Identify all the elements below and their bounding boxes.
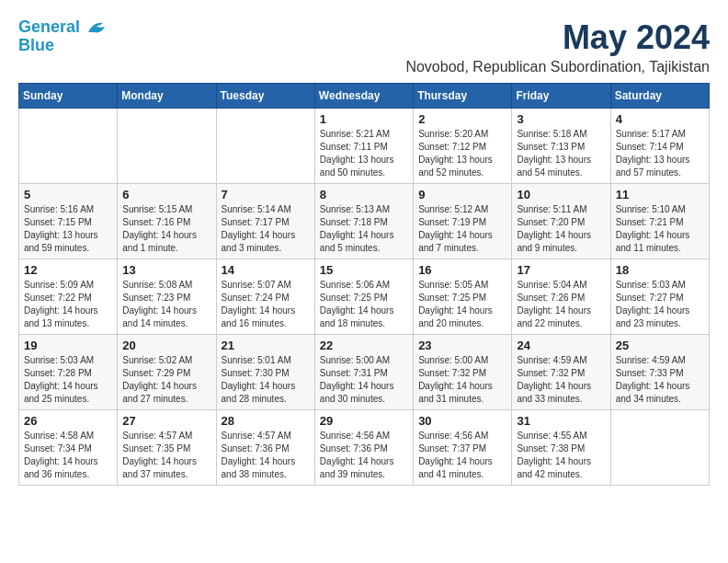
day-number: 4 (616, 112, 704, 126)
day-info: Sunrise: 5:03 AMSunset: 7:28 PMDaylight:… (24, 354, 112, 406)
daylight-text: Daylight: 13 hours and 50 minutes. (320, 154, 408, 179)
sunset-text: Sunset: 7:23 PM (122, 292, 210, 304)
calendar-cell: 26Sunrise: 4:58 AMSunset: 7:34 PMDayligh… (19, 410, 118, 486)
day-number: 7 (222, 188, 310, 201)
calendar-cell: 10Sunrise: 5:11 AMSunset: 7:20 PMDayligh… (512, 184, 610, 259)
day-info: Sunrise: 5:21 AMSunset: 7:11 PMDaylight:… (320, 128, 408, 179)
day-number: 1 (320, 112, 408, 126)
daylight-text: Daylight: 13 hours and 54 minutes. (517, 154, 605, 179)
day-info: Sunrise: 5:11 AMSunset: 7:20 PMDaylight:… (517, 203, 605, 255)
calendar-week-3: 12Sunrise: 5:09 AMSunset: 7:22 PMDayligh… (19, 259, 710, 335)
sunset-text: Sunset: 7:17 PM (222, 216, 310, 229)
weekday-header-monday: Monday (118, 84, 216, 109)
day-number: 31 (517, 414, 605, 428)
sunset-text: Sunset: 7:25 PM (320, 292, 408, 304)
day-info: Sunrise: 4:55 AMSunset: 7:38 PMDaylight:… (517, 430, 605, 481)
daylight-text: Daylight: 14 hours and 7 minutes. (418, 229, 506, 255)
logo-line1: General (18, 17, 80, 36)
sunset-text: Sunset: 7:14 PM (616, 141, 704, 154)
weekday-header-saturday: Saturday (610, 84, 709, 109)
day-info: Sunrise: 5:10 AMSunset: 7:21 PMDaylight:… (616, 203, 704, 255)
daylight-text: Daylight: 14 hours and 38 minutes. (222, 455, 310, 481)
calendar-cell: 30Sunrise: 4:56 AMSunset: 7:37 PMDayligh… (414, 410, 512, 486)
day-info: Sunrise: 5:18 AMSunset: 7:13 PMDaylight:… (517, 128, 605, 179)
day-info: Sunrise: 5:07 AMSunset: 7:24 PMDaylight:… (222, 279, 310, 330)
calendar-week-2: 5Sunrise: 5:16 AMSunset: 7:15 PMDaylight… (19, 184, 710, 259)
day-number: 12 (24, 263, 112, 277)
sunrise-text: Sunrise: 4:56 AM (320, 430, 408, 442)
sunrise-text: Sunrise: 5:14 AM (222, 203, 310, 216)
day-number: 6 (122, 188, 210, 201)
sunrise-text: Sunrise: 4:57 AM (122, 430, 210, 442)
sunset-text: Sunset: 7:37 PM (418, 442, 506, 455)
daylight-text: Daylight: 13 hours and 59 minutes. (24, 229, 112, 255)
day-number: 8 (320, 188, 408, 201)
day-info: Sunrise: 5:00 AMSunset: 7:32 PMDaylight:… (418, 354, 506, 406)
sunrise-text: Sunrise: 4:58 AM (24, 430, 112, 442)
sunset-text: Sunset: 7:20 PM (517, 216, 605, 229)
sunset-text: Sunset: 7:35 PM (122, 442, 210, 455)
calendar-cell: 20Sunrise: 5:02 AMSunset: 7:29 PMDayligh… (118, 335, 216, 410)
daylight-text: Daylight: 14 hours and 16 minutes. (222, 304, 310, 330)
daylight-text: Daylight: 13 hours and 57 minutes. (616, 154, 704, 179)
daylight-text: Daylight: 14 hours and 22 minutes. (517, 304, 605, 330)
calendar-cell: 25Sunrise: 4:59 AMSunset: 7:33 PMDayligh… (610, 335, 709, 410)
calendar-cell: 29Sunrise: 4:56 AMSunset: 7:36 PMDayligh… (314, 410, 413, 486)
calendar-cell: 18Sunrise: 5:03 AMSunset: 7:27 PMDayligh… (610, 259, 709, 335)
day-number: 19 (24, 339, 112, 352)
calendar-cell: 27Sunrise: 4:57 AMSunset: 7:35 PMDayligh… (118, 410, 216, 486)
daylight-text: Daylight: 14 hours and 36 minutes. (24, 455, 112, 481)
calendar-cell: 7Sunrise: 5:14 AMSunset: 7:17 PMDaylight… (216, 184, 314, 259)
sunset-text: Sunset: 7:25 PM (418, 292, 506, 304)
day-info: Sunrise: 5:15 AMSunset: 7:16 PMDaylight:… (122, 203, 210, 255)
daylight-text: Daylight: 14 hours and 34 minutes. (616, 380, 704, 406)
calendar-table: SundayMondayTuesdayWednesdayThursdayFrid… (18, 83, 710, 486)
sunrise-text: Sunrise: 4:59 AM (616, 354, 704, 367)
sunrise-text: Sunrise: 4:57 AM (222, 430, 310, 442)
calendar-cell: 19Sunrise: 5:03 AMSunset: 7:28 PMDayligh… (19, 335, 118, 410)
day-info: Sunrise: 4:58 AMSunset: 7:34 PMDaylight:… (24, 430, 112, 481)
calendar-cell: 22Sunrise: 5:00 AMSunset: 7:31 PMDayligh… (314, 335, 413, 410)
sunset-text: Sunset: 7:12 PM (418, 141, 506, 154)
logo: General Blue (18, 18, 107, 55)
logo-text: General (18, 18, 107, 37)
sunrise-text: Sunrise: 4:55 AM (517, 430, 605, 442)
sunset-text: Sunset: 7:15 PM (24, 216, 112, 229)
day-number: 24 (517, 339, 605, 352)
calendar-header-row: SundayMondayTuesdayWednesdayThursdayFrid… (19, 84, 710, 109)
sunset-text: Sunset: 7:27 PM (616, 292, 704, 304)
daylight-text: Daylight: 14 hours and 42 minutes. (517, 455, 605, 481)
calendar-cell: 2Sunrise: 5:20 AMSunset: 7:12 PMDaylight… (414, 109, 512, 184)
calendar-cell: 24Sunrise: 4:59 AMSunset: 7:32 PMDayligh… (512, 335, 610, 410)
sunrise-text: Sunrise: 5:03 AM (616, 279, 704, 292)
sunrise-text: Sunrise: 5:03 AM (24, 354, 112, 367)
title-section: May 2024 Novobod, Republican Subordinati… (405, 18, 710, 75)
day-number: 10 (517, 188, 605, 201)
calendar-cell: 4Sunrise: 5:17 AMSunset: 7:14 PMDaylight… (610, 109, 709, 184)
calendar-cell: 14Sunrise: 5:07 AMSunset: 7:24 PMDayligh… (216, 259, 314, 335)
calendar-week-4: 19Sunrise: 5:03 AMSunset: 7:28 PMDayligh… (19, 335, 710, 410)
sunrise-text: Sunrise: 5:15 AM (122, 203, 210, 216)
sunset-text: Sunset: 7:31 PM (320, 367, 408, 380)
daylight-text: Daylight: 14 hours and 5 minutes. (320, 229, 408, 255)
day-number: 28 (222, 414, 310, 428)
day-number: 29 (320, 414, 408, 428)
sunset-text: Sunset: 7:11 PM (320, 141, 408, 154)
sunrise-text: Sunrise: 5:05 AM (418, 279, 506, 292)
calendar-cell: 11Sunrise: 5:10 AMSunset: 7:21 PMDayligh… (610, 184, 709, 259)
sunset-text: Sunset: 7:21 PM (616, 216, 704, 229)
location: Novobod, Republican Subordination, Tajik… (405, 59, 710, 75)
day-number: 26 (24, 414, 112, 428)
sunrise-text: Sunrise: 5:17 AM (616, 128, 704, 141)
day-info: Sunrise: 4:57 AMSunset: 7:35 PMDaylight:… (122, 430, 210, 481)
sunset-text: Sunset: 7:22 PM (24, 292, 112, 304)
daylight-text: Daylight: 14 hours and 23 minutes. (616, 304, 704, 330)
daylight-text: Daylight: 14 hours and 25 minutes. (24, 380, 112, 406)
sunrise-text: Sunrise: 5:08 AM (122, 279, 210, 292)
calendar-cell: 5Sunrise: 5:16 AMSunset: 7:15 PMDaylight… (19, 184, 118, 259)
day-number: 3 (517, 112, 605, 126)
sunrise-text: Sunrise: 5:13 AM (320, 203, 408, 216)
day-info: Sunrise: 5:13 AMSunset: 7:18 PMDaylight:… (320, 203, 408, 255)
day-number: 25 (616, 339, 704, 352)
daylight-text: Daylight: 14 hours and 14 minutes. (122, 304, 210, 330)
